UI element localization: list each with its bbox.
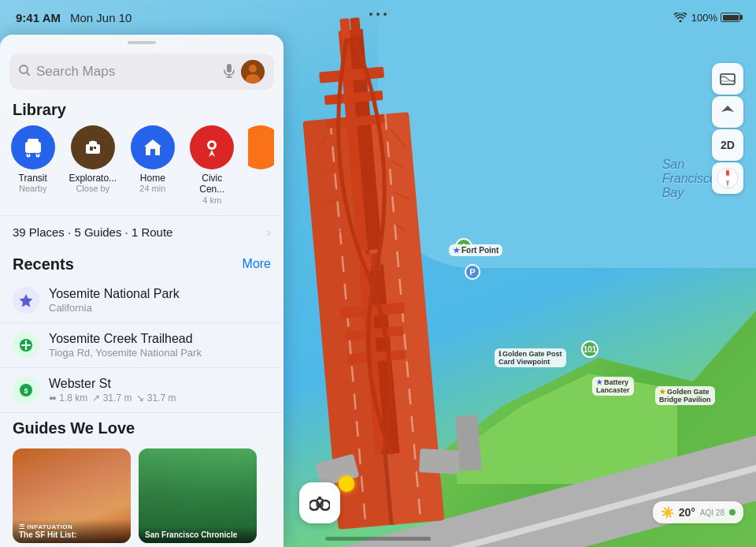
library-item-civic-center[interactable]: Civic Cen... 4 km — [189, 125, 235, 206]
svg-rect-39 — [25, 142, 41, 153]
yosemite-creek-info: Yosemite Creek Trailhead Tioga Rd, Yosem… — [49, 332, 271, 359]
weather-icon: ☀️ — [661, 506, 674, 519]
home-name: Home — [140, 173, 165, 184]
webster-icon: $ — [13, 377, 39, 404]
svg-rect-33 — [227, 64, 232, 73]
aqi-label: AQI 28 — [700, 508, 724, 517]
sf-bay-label: SanFranciscoBay — [662, 158, 717, 200]
home-indicator — [325, 537, 431, 541]
svg-rect-47 — [94, 147, 96, 149]
yosemite-creek-icon — [13, 332, 39, 359]
recent-item-yosemite-creek[interactable]: Yosemite Creek Trailhead Tioga Rd, Yosem… — [0, 323, 284, 368]
guide-card-infatuation[interactable]: ☰ INFATUATION The SF Hit List: — [13, 448, 131, 543]
svg-rect-1 — [455, 415, 482, 471]
battery-percent: 100% — [691, 12, 717, 24]
places-count: 39 Places · 5 Guides · 1 Route — [13, 225, 172, 239]
library-items: Transit Nearby Explorato... Close by — [0, 125, 284, 206]
guides-section-header: Guides We Love — [0, 413, 284, 442]
webster-name: Webster St — [49, 377, 271, 391]
library-item-home[interactable]: Home 24 min — [129, 125, 176, 206]
fort-point-label: ★Fort Point — [449, 244, 502, 256]
golden-gate-viewpoint-label: ℹGolden Gate PostCard Viewpoint — [495, 348, 566, 367]
svg-marker-51 — [20, 294, 33, 307]
search-bar[interactable]: Search Maps — [9, 54, 274, 90]
yosemite-park-sub: California — [49, 302, 271, 314]
library-section-title: Library — [0, 90, 284, 125]
svg-rect-48 — [150, 149, 155, 155]
guide-card-sf-chronicle[interactable]: San Francisco Chronicle — [139, 448, 257, 543]
battery-indicator: 100% — [691, 12, 740, 24]
location-button[interactable] — [712, 96, 743, 128]
civic-center-name: Civic Cen... — [189, 173, 235, 195]
status-time: 9:41 AM — [16, 11, 61, 24]
library-item-exploratorium[interactable]: Explorato... Close by — [69, 125, 117, 206]
battery-tip — [740, 15, 743, 20]
svg-point-37 — [249, 65, 257, 73]
search-placeholder: Search Maps — [36, 64, 217, 80]
recent-item-yosemite-park[interactable]: Yosemite National Park California — [0, 278, 284, 323]
status-right: 100% — [674, 12, 740, 24]
recents-more-button[interactable]: More — [243, 257, 271, 271]
parking-pin: P — [465, 264, 480, 280]
panel-handle[interactable] — [128, 41, 156, 44]
wifi-icon — [674, 13, 687, 22]
civic-center-sub: 4 km — [202, 195, 221, 206]
compass-button[interactable]: N — [712, 162, 743, 194]
transit-icon — [11, 125, 55, 169]
transit-name: Transit — [19, 173, 47, 184]
civic-center-icon — [190, 125, 234, 169]
recent-item-webster[interactable]: $ Webster St ⬌ 1.8 km ↗ 31.7 m ↘ 31.7 m — [0, 368, 284, 413]
exploratorium-icon — [71, 125, 115, 169]
slide-panel: Search Maps Library — [0, 35, 284, 547]
search-icon — [19, 65, 30, 79]
svg-line-32 — [27, 73, 30, 76]
recents-title: Recents — [13, 255, 74, 274]
webster-dist: ⬌ 1.8 km ↗ 31.7 m ↘ 31.7 m — [49, 393, 271, 404]
map-controls: 2D N — [712, 63, 743, 194]
svg-rect-40 — [28, 139, 39, 143]
recents-section-header: Recents More — [0, 249, 284, 278]
svg-text:N: N — [725, 169, 729, 175]
svg-rect-46 — [90, 147, 93, 151]
yosemite-park-info: Yosemite National Park California — [49, 287, 271, 314]
guides-row: ☰ INFATUATION The SF Hit List: San Franc… — [0, 442, 284, 547]
yosemite-creek-name: Yosemite Creek Trailhead — [49, 332, 271, 346]
transit-sub: Nearby — [19, 184, 46, 194]
yosemite-creek-sub: Tioga Rd, Yosemite National Park — [49, 347, 271, 359]
route-101-badge: 101 — [581, 340, 598, 358]
exploratorium-sub: Close by — [76, 184, 109, 194]
svg-point-50 — [209, 143, 214, 147]
webster-info: Webster St ⬌ 1.8 km ↗ 31.7 m ↘ 31.7 m — [49, 377, 271, 404]
exploratorium-name: Explorato... — [69, 173, 117, 184]
sun-indicator — [339, 476, 354, 492]
gg-pavilion-label: ★Golden GateBridge Pavilion — [655, 386, 715, 405]
aqi-dot — [729, 509, 736, 515]
library-item-more[interactable] — [248, 125, 274, 206]
top-dots — [369, 13, 387, 16]
more-icon — [248, 125, 274, 169]
guides-title: Guides We Love — [13, 419, 135, 437]
weather-temp: 20° — [679, 506, 695, 519]
home-sub: 24 min — [139, 184, 165, 194]
2d-label: 2D — [721, 139, 735, 151]
library-item-transit[interactable]: Transit Nearby — [9, 125, 56, 206]
status-date: Mon Jun 10 — [70, 11, 132, 24]
svg-rect-30 — [419, 448, 460, 474]
status-bar: 9:41 AM Mon Jun 10 100% — [0, 0, 756, 35]
battery-lancaster-label: ★BatteryLancaster — [592, 377, 634, 396]
yosemite-park-icon — [13, 287, 39, 314]
weather-badge: ☀️ 20° AQI 28 — [653, 501, 743, 523]
mic-button[interactable] — [224, 64, 235, 80]
home-icon — [131, 125, 175, 169]
user-avatar[interactable] — [241, 60, 265, 84]
yosemite-park-name: Yosemite National Park — [49, 287, 271, 301]
binoculars-button[interactable] — [299, 482, 340, 523]
library-places-row[interactable]: 39 Places · 5 Guides · 1 Route › — [0, 215, 284, 249]
golden-gate-bridge — [236, 0, 630, 512]
battery-fill — [723, 15, 739, 20]
map-type-button[interactable] — [712, 63, 743, 95]
2d-view-button[interactable]: 2D — [712, 129, 743, 161]
places-chevron: › — [267, 225, 271, 240]
svg-text:$: $ — [24, 387, 28, 395]
battery-bar — [721, 13, 740, 22]
